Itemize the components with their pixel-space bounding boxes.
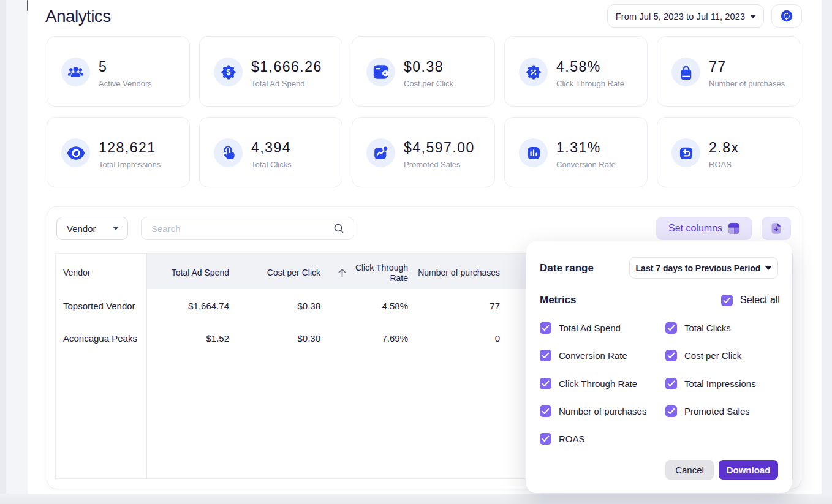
svg-text:$: $ bbox=[226, 68, 230, 77]
